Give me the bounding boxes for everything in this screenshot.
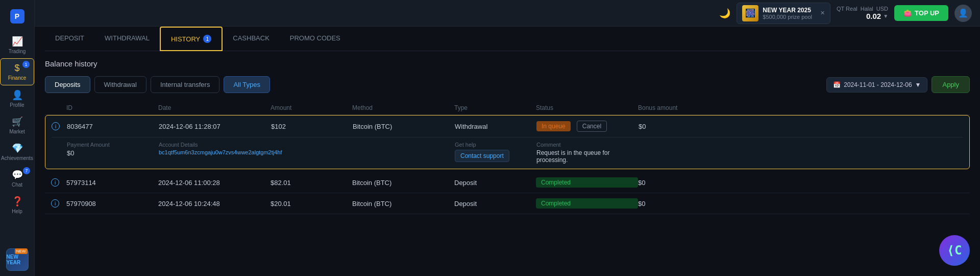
row-method: Bitcoin (BTC): [352, 200, 454, 208]
table-row: i 8036477 2024-12-06 11:28:07 $102 Bitco…: [45, 115, 970, 169]
moon-icon[interactable]: 🌙: [719, 8, 730, 19]
calendar-icon: 📅: [833, 81, 841, 88]
payment-value: $0: [67, 149, 159, 157]
sidebar-item-label: Finance: [8, 75, 27, 81]
tab-deposit[interactable]: DEPOSIT: [45, 27, 94, 51]
date-range-picker[interactable]: 📅 2024-11-01 - 2024-12-06 ▼: [826, 77, 927, 93]
filter-internal-label: Internal transfers: [160, 81, 210, 88]
section-title: Balance history: [45, 59, 970, 68]
row-method: Bitcoin (BTC): [352, 179, 454, 187]
info-icon[interactable]: i: [51, 199, 59, 208]
filter-withdrawal-button[interactable]: Withdrawal: [94, 76, 146, 93]
payment-label: Payment Amount: [67, 142, 159, 148]
cancel-button[interactable]: Cancel: [577, 121, 607, 132]
sidebar-item-label: Achievements: [1, 155, 33, 161]
contact-support-button[interactable]: Contact support: [455, 150, 509, 162]
tab-history[interactable]: HISTORY 1: [160, 27, 223, 51]
row-type: Withdrawal: [455, 123, 536, 130]
tab-deposit-label: DEPOSIT: [55, 34, 84, 42]
achievements-icon: 💎: [12, 143, 23, 154]
col-method: Method: [352, 104, 454, 111]
help-label: Get help: [455, 142, 536, 148]
tab-cashback[interactable]: CASHBACK: [223, 27, 280, 51]
sidebar: P 📈 Trading 1 $ Finance 👤 Profile 🛒 Mark…: [0, 0, 35, 276]
profile-icon: 👤: [12, 89, 23, 101]
tab-promo-label: PROMO CODES: [290, 34, 340, 42]
col-amount: Amount: [271, 104, 352, 111]
sidebar-item-chat[interactable]: 7 💬 Chat: [0, 165, 34, 192]
sidebar-item-newyear[interactable]: NEW YEAR NEW: [6, 248, 29, 276]
filter-alltypes-button[interactable]: All Types: [224, 76, 270, 93]
sidebar-item-label: Help: [12, 209, 22, 214]
account-type-qt: QT Real: [837, 6, 857, 12]
tab-withdrawal[interactable]: WITHDRAWAL: [94, 27, 160, 51]
chat-badge: 7: [23, 167, 30, 174]
info-icon[interactable]: i: [52, 122, 60, 130]
filter-internal-button[interactable]: Internal transfers: [151, 76, 220, 93]
sidebar-item-label: Trading: [9, 49, 26, 54]
bottom-widget[interactable]: ⟨C: [939, 235, 970, 266]
finance-icon: $: [14, 63, 19, 74]
filter-row: Deposits Withdrawal Internal transfers A…: [45, 76, 970, 93]
row-type: Deposit: [454, 179, 536, 187]
balance-amount: 0.02: [866, 12, 881, 20]
col-date: Date: [158, 104, 271, 111]
sidebar-item-profile[interactable]: 👤 Profile: [0, 85, 34, 112]
row-date: 2024-12-06 11:00:28: [158, 179, 271, 187]
row-bonus: $0: [638, 179, 720, 187]
row-bonus: $0: [638, 200, 720, 208]
tab-promo[interactable]: PROMO CODES: [280, 27, 351, 51]
finance-badge: 1: [22, 61, 30, 68]
apply-button[interactable]: Apply: [932, 76, 970, 93]
info-icon[interactable]: i: [51, 178, 59, 187]
sidebar-item-achievements[interactable]: 💎 Achievements: [0, 139, 34, 165]
sidebar-item-market[interactable]: 🛒 Market: [0, 112, 34, 139]
newyear-label: NEW YEAR: [7, 254, 28, 265]
account-details-cell: Account Details bc1qtf5um6n3zcmgaju0w7zv…: [159, 142, 455, 164]
status-badge: Completed: [536, 177, 638, 188]
account-type-halal: Halal: [861, 6, 873, 12]
sidebar-item-help[interactable]: ❓ Help: [0, 192, 34, 218]
row-bonus: $0: [639, 123, 963, 130]
col-status: Status: [536, 104, 638, 111]
col-bonus: Bonus amount: [638, 104, 720, 111]
main-content: 🌙 🎆 NEW YEAR 2025 $500,000 prize pool ✕ …: [35, 0, 980, 276]
dropdown-arrow-icon[interactable]: ▼: [883, 13, 888, 19]
promo-title: NEW YEAR 2025: [763, 7, 812, 14]
tab-withdrawal-label: WITHDRAWAL: [105, 34, 150, 42]
promo-close-icon[interactable]: ✕: [820, 10, 825, 16]
history-badge: 1: [203, 35, 211, 43]
expanded-row: Payment Amount $0 Account Details bc1qtf…: [52, 137, 963, 164]
account-label: Account Details: [159, 142, 455, 148]
promo-banner[interactable]: 🎆 NEW YEAR 2025 $500,000 prize pool ✕: [737, 3, 830, 24]
account-currency: USD: [876, 6, 888, 12]
logo: P: [10, 4, 24, 32]
topup-wallet-icon: 👛: [903, 9, 912, 17]
date-range-value: 2024-11-01 - 2024-12-06: [844, 81, 912, 88]
avatar[interactable]: 👤: [954, 5, 972, 22]
new-badge: NEW: [15, 248, 28, 254]
sidebar-item-label: Profile: [10, 102, 24, 108]
row-id: 8036477: [67, 123, 159, 130]
tab-history-label: HISTORY: [171, 35, 200, 43]
sidebar-item-label: Market: [9, 129, 25, 134]
topup-button[interactable]: 👛 TOP UP: [894, 5, 948, 21]
filter-deposits-button[interactable]: Deposits: [45, 76, 90, 93]
row-id: 57973114: [66, 179, 158, 187]
sidebar-item-label: Chat: [12, 182, 22, 188]
date-dropdown-icon: ▼: [915, 81, 921, 88]
sidebar-item-trading[interactable]: 📈 Trading: [0, 32, 34, 58]
row-date: 2024-12-06 10:24:48: [158, 200, 271, 208]
status-badge: In queue: [536, 121, 571, 131]
row-method: Bitcoin (BTC): [353, 123, 455, 130]
row-amount: $82.01: [271, 179, 352, 187]
filter-deposits-label: Deposits: [55, 81, 81, 88]
col-info: [51, 104, 66, 111]
filter-withdrawal-label: Withdrawal: [104, 81, 137, 88]
comment-label: Comment: [536, 142, 639, 148]
market-icon: 🛒: [12, 116, 23, 127]
payment-amount-cell: Payment Amount $0: [67, 142, 159, 164]
sidebar-item-finance[interactable]: 1 $ Finance: [0, 58, 34, 85]
topbar: 🌙 🎆 NEW YEAR 2025 $500,000 prize pool ✕ …: [35, 0, 980, 27]
tab-cashback-label: CASHBACK: [233, 34, 270, 42]
